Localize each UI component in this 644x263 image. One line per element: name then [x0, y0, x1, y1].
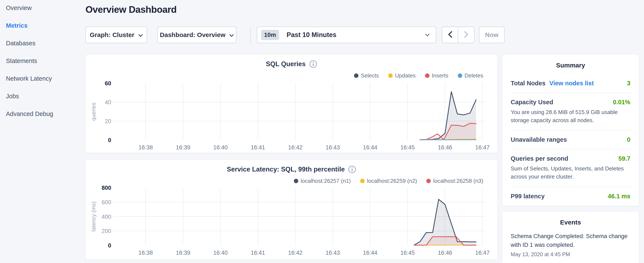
svg-text:20: 20 — [105, 118, 111, 124]
event-item[interactable]: Schema Change Completed: Schema change w… — [511, 232, 630, 257]
events-panel: Events Schema Change Completed: Schema c… — [502, 211, 639, 263]
controls-divider — [250, 27, 251, 43]
svg-text:16:46: 16:46 — [438, 144, 452, 151]
svg-text:16:39: 16:39 — [176, 249, 190, 256]
time-window-badge: 10m — [261, 30, 279, 40]
svg-text:40: 40 — [105, 99, 111, 106]
svg-text:16:40: 16:40 — [213, 144, 228, 151]
next-time-button[interactable] — [458, 27, 474, 43]
sidebar-item-network-latency[interactable]: Network Latency — [0, 70, 85, 87]
chevron-down-icon — [138, 31, 143, 39]
view-nodes-list-link[interactable]: View nodes list — [550, 80, 594, 87]
summary-row-value: 0 — [627, 136, 630, 143]
summary-row-value: 59.7 — [618, 155, 630, 162]
summary-panel: Summary Total Nodes View nodes list 3 Ca… — [502, 54, 639, 206]
svg-text:0: 0 — [108, 242, 111, 249]
summary-row-value: 0.01% — [613, 99, 630, 106]
summary-row-label: P99 latency — [511, 193, 545, 200]
event-message: Schema Change Completed: Schema change w… — [511, 232, 630, 249]
event-timestamp: May 13, 2020 at 4:45 PM — [511, 251, 630, 257]
page-title: Overview Dashboard — [86, 4, 177, 15]
summary-row-label: Queries per second — [511, 155, 568, 162]
summary-row-p99-latency: P99 latency 46.1 ms — [511, 187, 630, 205]
svg-text:16:45: 16:45 — [400, 144, 415, 151]
svg-text:200: 200 — [102, 228, 111, 234]
svg-text:800: 800 — [102, 185, 111, 191]
svg-text:16:41: 16:41 — [251, 144, 265, 151]
time-step-buttons — [442, 27, 474, 43]
time-window-dropdown[interactable]: 10m Past 10 Minutes — [257, 27, 436, 43]
now-button[interactable]: Now — [479, 27, 504, 43]
dashboard-dropdown-label: Dashboard: Overview — [160, 31, 225, 39]
svg-text:16:47: 16:47 — [475, 144, 490, 151]
time-window-label: Past 10 Minutes — [286, 31, 336, 39]
svg-text:16:47: 16:47 — [475, 249, 490, 256]
svg-text:16:38: 16:38 — [138, 144, 153, 151]
svg-text:16:43: 16:43 — [326, 249, 340, 256]
svg-text:16:38: 16:38 — [138, 249, 153, 256]
summary-row-value: 46.1 ms — [608, 193, 630, 200]
svg-text:60: 60 — [105, 80, 111, 87]
summary-row-label: Capacity Used — [511, 99, 553, 106]
sidebar-item-statements[interactable]: Statements — [0, 52, 85, 70]
svg-text:queries: queries — [90, 103, 97, 121]
sidebar-item-jobs[interactable]: Jobs — [0, 87, 85, 105]
summary-row-unavailable-ranges: Unavailable ranges 0 — [511, 130, 630, 149]
sql-queries-chart-card: SQL Queries SelectsUpdatesInsertsDeletes… — [86, 54, 498, 153]
dashboard-dropdown-button[interactable]: Dashboard: Overview — [157, 27, 236, 43]
service-latency-plot: 020040060080016:3816:3916:4016:4116:4216… — [86, 160, 498, 260]
summary-title: Summary — [511, 55, 630, 69]
svg-text:16:42: 16:42 — [288, 144, 302, 151]
svg-text:16:45: 16:45 — [400, 249, 415, 256]
svg-text:16:42: 16:42 — [288, 249, 302, 256]
summary-row-label: Total Nodes — [511, 80, 546, 87]
chevron-down-icon — [229, 31, 234, 39]
svg-text:16:44: 16:44 — [363, 249, 378, 256]
summary-row-description: Sum of Selects, Updates, Inserts, and De… — [511, 165, 630, 181]
summary-row-label: Unavailable ranges — [511, 136, 567, 143]
controls-bar: Graph: Cluster Dashboard: Overview 10m P… — [0, 27, 644, 43]
svg-text:16:41: 16:41 — [251, 249, 265, 256]
svg-text:16:43: 16:43 — [326, 144, 340, 151]
svg-text:0: 0 — [108, 137, 111, 143]
svg-text:600: 600 — [102, 199, 111, 205]
graph-dropdown-label: Graph: Cluster — [90, 31, 134, 39]
summary-row-value: 3 — [627, 80, 630, 87]
sidebar-item-advanced-debug[interactable]: Advanced Debug — [0, 105, 85, 123]
svg-text:16:44: 16:44 — [363, 144, 378, 151]
sidebar-item-overview[interactable]: Overview — [0, 0, 85, 17]
summary-row-capacity-used: Capacity Used 0.01% You are using 28.6 M… — [511, 93, 630, 130]
summary-row-description: You are using 28.6 MiB of 515.9 GiB usab… — [511, 108, 630, 124]
events-title: Events — [511, 211, 630, 226]
chevron-left-icon — [447, 31, 453, 39]
chevron-right-icon — [464, 31, 469, 39]
sql-queries-plot: 020406016:3816:3916:4016:4116:4216:4316:… — [86, 55, 498, 153]
previous-time-button[interactable] — [442, 27, 458, 43]
chevron-down-icon — [425, 34, 430, 38]
svg-text:16:39: 16:39 — [176, 144, 190, 151]
svg-text:latency (ms): latency (ms) — [90, 201, 97, 232]
summary-row-queries-per-second: Queries per second 59.7 Sum of Selects, … — [511, 149, 630, 186]
svg-text:400: 400 — [102, 214, 111, 220]
svg-text:16:40: 16:40 — [213, 249, 228, 256]
graph-dropdown-button[interactable]: Graph: Cluster — [86, 27, 147, 43]
svg-text:16:46: 16:46 — [438, 249, 452, 256]
summary-row-total-nodes: Total Nodes View nodes list 3 — [511, 74, 630, 93]
service-latency-chart-card: Service Latency: SQL, 99th percentile lo… — [86, 160, 498, 260]
